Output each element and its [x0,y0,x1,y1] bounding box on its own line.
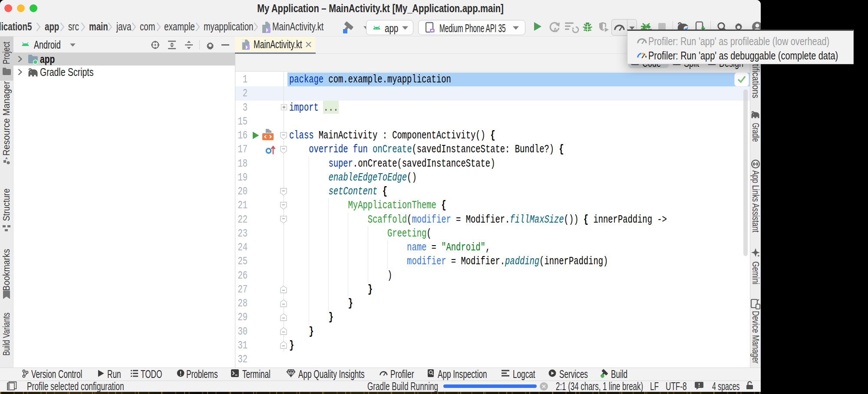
svg-text:A: A [553,26,558,33]
